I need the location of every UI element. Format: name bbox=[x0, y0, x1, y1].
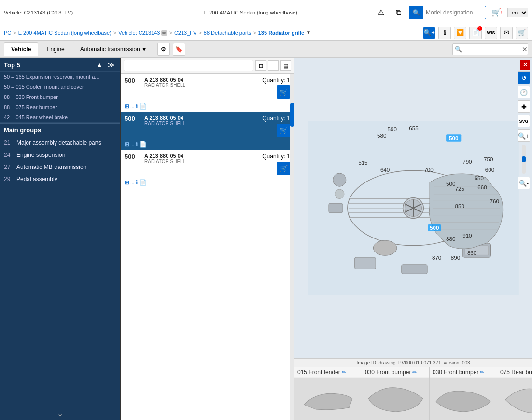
add-to-cart-btn-0[interactable]: 🛒 bbox=[277, 85, 290, 99]
part-info-btn-1[interactable]: ℹ bbox=[136, 141, 138, 148]
parts-view-grid-btn[interactable]: ⊞ bbox=[255, 60, 266, 71]
parts-view-detail-btn[interactable]: ▤ bbox=[280, 60, 291, 71]
part-row-0[interactable]: 500 A 213 880 05 04 RADIATOR SHELL Quant… bbox=[121, 74, 294, 102]
callout-650: 650 bbox=[474, 175, 484, 181]
parts-search-box: 🔍 ✕ bbox=[452, 43, 528, 55]
add-to-cart-btn-1[interactable]: 🛒 bbox=[277, 124, 290, 137]
parts-scrollbar-thumb[interactable] bbox=[290, 103, 294, 127]
tab-settings-icon[interactable]: ⚙ bbox=[157, 43, 170, 56]
header-actions: ⚠ ⧉ 🔍 🛒! en de bbox=[374, 6, 528, 19]
thumb-edit-icon-015[interactable]: ✏ bbox=[342, 369, 346, 376]
diagram-crosshair-btn[interactable]: ✚ bbox=[518, 100, 530, 113]
part-entry-2: 500 A 213 880 05 04 RADIATOR SHELL Quant… bbox=[121, 150, 294, 188]
diagram-svg-btn[interactable]: SVG bbox=[518, 115, 530, 127]
part-grid-btn-1[interactable]: ⊞... bbox=[125, 141, 134, 148]
breadcrumb-pc[interactable]: PC bbox=[4, 30, 11, 36]
thumb-030a[interactable]: 030 Front bumper ✏ bbox=[362, 367, 430, 420]
thumbnail-strip: 015 Front fender ✏ 030 Front bumper ✏ bbox=[294, 367, 532, 420]
zoom-in-bc-btn[interactable]: 🔍+ bbox=[423, 27, 435, 39]
part-row-1[interactable]: 500 A 213 880 05 04 RADIATOR SHELL Quant… bbox=[121, 112, 294, 140]
sidebar-item-27[interactable]: 27 Automatic MB transmission bbox=[0, 161, 120, 173]
diagram-history-btn[interactable]: 🕐 bbox=[518, 86, 530, 98]
language-select[interactable]: en de bbox=[507, 8, 528, 17]
diagram-image[interactable]: 500 bbox=[294, 58, 532, 358]
part-row-2[interactable]: 500 A 213 880 05 04 RADIATOR SHELL Quant… bbox=[121, 150, 294, 178]
info-bc-btn[interactable]: ℹ bbox=[438, 27, 451, 39]
callout-725: 725 bbox=[455, 185, 464, 192]
thumb-svg-030b bbox=[433, 379, 493, 418]
breadcrumb-model[interactable]: E 200 4MATIC Sedan (long wheelbase) bbox=[18, 30, 112, 36]
tab-auto-trans[interactable]: Automatic transmission ▼ bbox=[73, 42, 154, 56]
part-doc-btn-2[interactable]: 📄 bbox=[140, 179, 147, 186]
diagram-zoom-in-btn[interactable]: 🔍+ bbox=[518, 129, 530, 142]
parts-view-list-btn[interactable]: ≡ bbox=[268, 60, 279, 71]
thumb-030b[interactable]: 030 Front bumper ✏ bbox=[430, 367, 497, 420]
parts-filter-input[interactable] bbox=[124, 60, 253, 71]
parts-list-panel: ⊞ ≡ ▤ 500 A 213 880 05 04 RADIATOR SHELL… bbox=[121, 58, 294, 420]
small-comp-2 bbox=[335, 189, 344, 198]
filter-bc-btn[interactable]: 🔽 bbox=[454, 27, 466, 39]
breadcrumb-vehicle[interactable]: Vehicle: C213143 ✏ bbox=[118, 30, 167, 36]
parts-search-input[interactable] bbox=[464, 46, 522, 52]
part-desc-1: RADIATOR SHELL bbox=[144, 121, 259, 126]
part-info-btn-0[interactable]: ℹ bbox=[136, 103, 138, 110]
thumb-edit-icon-030b[interactable]: ✏ bbox=[480, 369, 484, 376]
diagram-rotate-btn[interactable]: ↺ bbox=[518, 71, 530, 84]
top5-collapse-btn[interactable]: ▲ bbox=[95, 61, 104, 69]
sidebar: Top 5 ▲ ≫ 50 – 165 Expansion reservoir, … bbox=[0, 58, 121, 420]
callout-790: 790 bbox=[462, 158, 472, 165]
doc-bc-btn[interactable]: 📄! bbox=[469, 27, 482, 39]
top5-item-4[interactable]: 42 – 045 Rear wheel brake bbox=[0, 112, 120, 123]
parts-search-clear-btn[interactable]: ✕ bbox=[522, 45, 528, 53]
cart-icon-btn[interactable]: 🛒! bbox=[490, 6, 504, 19]
breadcrumb-88[interactable]: 88 Detachable parts bbox=[204, 30, 251, 36]
breadcrumb-c213fv[interactable]: C213_FV bbox=[174, 30, 196, 36]
lower-comp-1 bbox=[354, 257, 376, 269]
sidebar-item-29[interactable]: 29 Pedal assembly bbox=[0, 173, 120, 185]
top5-item-1[interactable]: 50 – 015 Cooler, mount and cover bbox=[0, 82, 120, 92]
part-qty-1: Quantity: 1 bbox=[262, 115, 290, 122]
mail-bc-btn[interactable]: ✉ bbox=[500, 27, 513, 39]
part-qty-2: Quantity: 1 bbox=[262, 153, 290, 160]
cart-bc-btn[interactable]: 🛒 bbox=[516, 27, 528, 39]
diagram-zoom-slider-thumb[interactable] bbox=[522, 156, 526, 162]
copy-icon-btn[interactable]: ⧉ bbox=[392, 6, 405, 19]
sidebar-item-21[interactable]: 21 Major assembly detachable parts bbox=[0, 137, 120, 149]
part-grid-btn-0[interactable]: ⊞... bbox=[125, 103, 134, 110]
part-doc-btn-1[interactable]: 📄 bbox=[140, 141, 147, 148]
warning-icon-btn[interactable]: ⚠ bbox=[374, 6, 388, 19]
diagram-zoom-out-btn[interactable]: 🔍- bbox=[518, 177, 530, 189]
part-actions-1: ⊞... ℹ 📄 bbox=[121, 140, 294, 150]
breadcrumb-135[interactable]: 135 Radiator grille bbox=[258, 30, 304, 36]
thumb-label-075: 075 Rear bumper ✏ bbox=[497, 367, 532, 378]
top5-controls: ▲ ≫ bbox=[95, 61, 116, 69]
thumb-edit-icon-030a[interactable]: ✏ bbox=[412, 369, 417, 376]
part-doc-btn-0[interactable]: 📄 bbox=[140, 103, 147, 110]
model-search-input[interactable] bbox=[423, 8, 486, 17]
callout-750: 750 bbox=[484, 156, 493, 162]
part-pos-0: 500 bbox=[125, 77, 141, 84]
thumb-img-015 bbox=[294, 378, 362, 420]
search-button[interactable]: 🔍 bbox=[409, 6, 423, 19]
sidebar-scroll-down-icon[interactable]: ⌄ bbox=[0, 407, 120, 420]
top5-expand-btn[interactable]: ≫ bbox=[106, 61, 116, 69]
sidebar-item-24[interactable]: 24 Engine suspension bbox=[0, 149, 120, 161]
thumb-075[interactable]: 075 Rear bumper ✏ bbox=[497, 367, 532, 420]
top5-item-2[interactable]: 88 – 030 Front bumper bbox=[0, 92, 120, 102]
part-grid-btn-2[interactable]: ⊞... bbox=[125, 179, 134, 186]
top5-item-3[interactable]: 88 – 075 Rear bumper bbox=[0, 102, 120, 112]
model-search-box: 🔍 bbox=[409, 6, 486, 19]
add-to-cart-btn-2[interactable]: 🛒 bbox=[277, 162, 290, 175]
small-comp-1 bbox=[333, 173, 346, 186]
parts-search-btn[interactable]: 🔍 bbox=[453, 46, 464, 53]
thumb-015[interactable]: 015 Front fender ✏ bbox=[294, 367, 362, 420]
part-info-btn-2[interactable]: ℹ bbox=[136, 179, 138, 186]
tab-vehicle[interactable]: Vehicle bbox=[4, 42, 38, 56]
tab-engine[interactable]: Engine bbox=[39, 42, 71, 56]
top5-item-0[interactable]: 50 – 165 Expansion reservoir, mount a... bbox=[0, 72, 120, 82]
diagram-close-btn[interactable]: ✕ bbox=[520, 60, 530, 70]
part-pos-2: 500 bbox=[125, 153, 141, 160]
dropdown-arrow-icon[interactable]: ▼ bbox=[306, 30, 311, 35]
tab-bookmark-icon[interactable]: 🔖 bbox=[173, 43, 185, 56]
wis-bc-btn[interactable]: WIS bbox=[485, 27, 497, 39]
